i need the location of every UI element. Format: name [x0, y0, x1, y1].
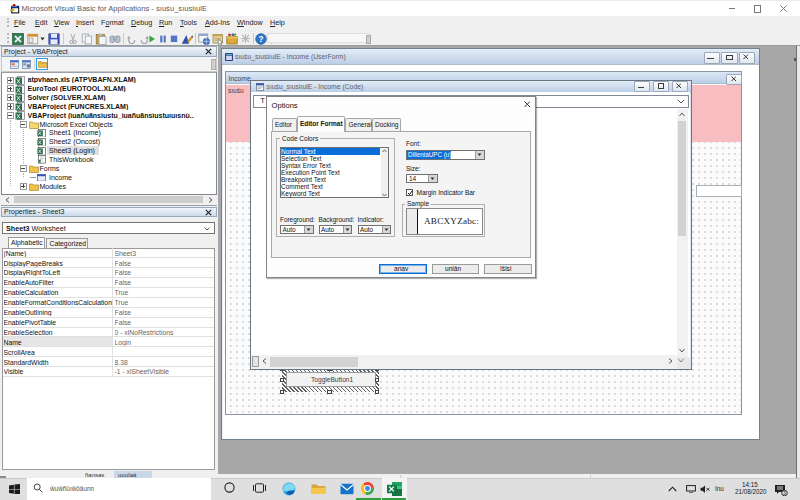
svg-text:3: 3: [783, 490, 786, 496]
svg-text:?: ?: [258, 34, 263, 43]
